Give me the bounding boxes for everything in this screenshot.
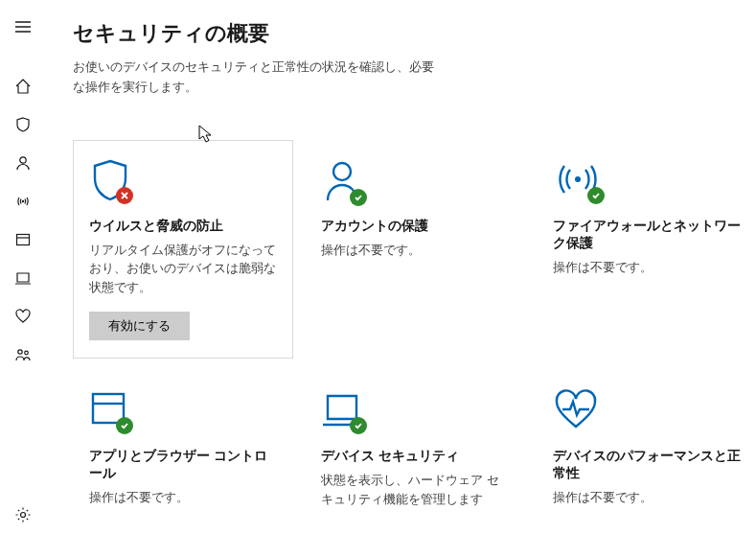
sidebar-home[interactable]	[4, 67, 42, 105]
card-icon-wrapper	[89, 388, 277, 442]
card-icon-wrapper	[553, 158, 741, 212]
card-desc: 操作は不要です。	[553, 258, 741, 277]
sidebar	[0, 0, 46, 534]
card-title: ファイアウォールとネットワーク保護	[553, 218, 741, 252]
menu-icon	[14, 18, 32, 35]
ok-badge	[587, 187, 605, 204]
card-desc: 操作は不要です。	[553, 488, 741, 507]
card-title: アプリとブラウザー コントロール	[89, 448, 277, 482]
svg-point-6	[333, 163, 351, 180]
sidebar-family[interactable]	[4, 336, 42, 374]
ok-badge	[350, 417, 367, 434]
device-icon	[14, 269, 32, 287]
card-desc: 操作は不要です。	[321, 241, 509, 260]
svg-rect-2	[17, 235, 30, 245]
card-performance-health[interactable]: デバイスのパフォーマンスと正常性 操作は不要です。	[537, 370, 756, 526]
page-title: セキュリティの概要	[73, 19, 729, 48]
card-title: アカウントの保護	[321, 218, 509, 235]
svg-point-4	[25, 351, 29, 355]
card-icon-wrapper	[553, 388, 741, 442]
sidebar-account[interactable]	[4, 144, 42, 182]
card-icon-wrapper	[321, 388, 509, 442]
home-icon	[14, 78, 32, 95]
card-device-security[interactable]: デバイス セキュリティ 状態を表示し、ハードウェア セキュリティ機能を管理します	[305, 370, 525, 526]
shield-icon	[14, 116, 32, 133]
sidebar-device[interactable]	[4, 259, 42, 297]
cards-grid: ウイルスと脅威の防止 リアルタイム保護がオフになっており、お使いのデバイスは脆弱…	[73, 140, 729, 527]
svg-point-0	[20, 157, 26, 163]
ok-badge	[350, 189, 367, 206]
family-icon	[14, 346, 32, 363]
card-icon-wrapper	[89, 158, 277, 212]
sidebar-virus[interactable]	[4, 105, 42, 144]
svg-point-5	[21, 513, 26, 518]
card-title: デバイス セキュリティ	[321, 448, 509, 465]
svg-point-7	[575, 176, 581, 182]
card-title: デバイスのパフォーマンスと正常性	[553, 448, 741, 482]
card-account-protection[interactable]: アカウントの保護 操作は不要です。	[305, 140, 525, 360]
sidebar-firewall[interactable]	[4, 182, 42, 221]
heart-pulse-icon	[553, 388, 599, 434]
card-title: ウイルスと脅威の防止	[89, 218, 277, 235]
sidebar-health[interactable]	[4, 297, 42, 336]
menu-button[interactable]	[4, 8, 42, 46]
page-subtitle: お使いのデバイスのセキュリティと正常性の状況を確認し、必要な操作を実行します。	[73, 58, 437, 98]
error-badge	[116, 187, 133, 204]
enable-button[interactable]: 有効にする	[89, 312, 190, 340]
wifi-icon	[14, 193, 32, 210]
ok-badge	[116, 417, 133, 434]
card-desc: 操作は不要です。	[89, 488, 277, 507]
card-firewall[interactable]: ファイアウォールとネットワーク保護 操作は不要です。	[537, 140, 756, 360]
sidebar-appbrowser[interactable]	[4, 221, 42, 259]
account-icon	[14, 154, 32, 172]
main-content: セキュリティの概要 お使いのデバイスのセキュリティと正常性の状況を確認し、必要な…	[46, 0, 756, 534]
card-virus-threat[interactable]: ウイルスと脅威の防止 リアルタイム保護がオフになっており、お使いのデバイスは脆弱…	[73, 140, 293, 360]
svg-point-3	[18, 350, 22, 354]
settings-icon	[14, 506, 32, 523]
sidebar-settings[interactable]	[4, 496, 42, 534]
app-browser-icon	[14, 231, 32, 248]
card-desc: 状態を表示し、ハードウェア セキュリティ機能を管理します	[321, 471, 509, 508]
svg-point-1	[22, 200, 24, 202]
card-desc: リアルタイム保護がオフになっており、お使いのデバイスは脆弱な状態です。	[89, 241, 277, 297]
card-icon-wrapper	[321, 158, 509, 212]
heart-icon	[14, 308, 32, 325]
card-app-browser[interactable]: アプリとブラウザー コントロール 操作は不要です。	[73, 370, 293, 526]
